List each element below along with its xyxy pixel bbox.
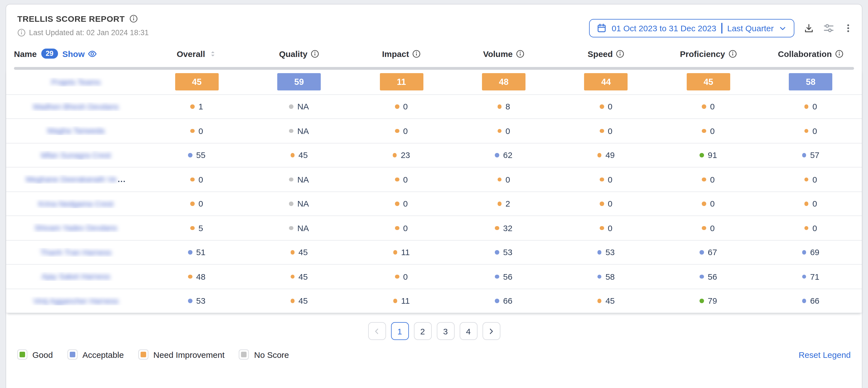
legend-item-no_score[interactable]: No Score (239, 350, 289, 360)
table-row: Thanh Tran Harness51451153536769 (6, 240, 862, 264)
download-button[interactable] (804, 23, 814, 33)
member-name-link[interactable]: Ajay Saket Harness (41, 272, 110, 281)
score-value: NA (297, 223, 309, 233)
legend-item-need_improvement[interactable]: Need Improvement (138, 350, 224, 360)
column-header-impact: Impact (350, 49, 453, 58)
column-info-icon[interactable] (516, 50, 524, 58)
page-title: TRELLIS SCORE REPORT (17, 14, 125, 24)
score-value: 53 (606, 247, 615, 257)
column-info-icon[interactable] (311, 50, 319, 58)
legend-item-good[interactable]: Good (17, 350, 53, 360)
score-value: NA (297, 102, 309, 111)
member-name-link[interactable]: Thanh Tran Harness (40, 248, 111, 257)
next-page-button[interactable] (482, 322, 500, 340)
score-value: 0 (710, 223, 715, 233)
member-name-cell: Krina Nedgama Crest (6, 199, 146, 208)
score-cell: 1 (146, 102, 248, 111)
score-value: 0 (403, 223, 408, 233)
table-header-row: Name 29 Show OverallQualityImpactVolumeS… (6, 46, 862, 61)
member-name-link[interactable]: Meghane Deerakanath Ve (26, 175, 117, 184)
member-name-cell: Mfan Sunagra Crest (6, 151, 146, 160)
column-header-label: Quality (279, 49, 307, 58)
score-cell: 66 (760, 296, 862, 306)
score-status-dot (600, 129, 604, 133)
score-value: 45 (299, 296, 308, 306)
sort-icon[interactable] (208, 50, 217, 58)
page-button-1[interactable]: 1 (391, 322, 409, 340)
date-range-picker[interactable]: 01 Oct 2023 to 31 Dec 2023 Last Quarter (589, 19, 794, 37)
score-value: 79 (708, 296, 717, 306)
score-value: 0 (505, 126, 510, 136)
score-status-dot (395, 177, 399, 181)
score-value: 45 (606, 296, 615, 306)
score-status-dot (702, 202, 706, 206)
score-status-dot (289, 177, 293, 181)
show-names-button[interactable]: Show (62, 49, 97, 58)
score-cell: 56 (657, 272, 760, 281)
score-cell: 49 (555, 150, 657, 160)
table-row: Magha Tanweda0NA00000 (6, 118, 862, 143)
score-value: 0 (403, 175, 408, 184)
score-value: 23 (401, 150, 410, 160)
score-badge[interactable]: 48 (482, 73, 526, 91)
legend-label: Need Improvement (153, 350, 224, 359)
score-value: NA (297, 126, 309, 136)
score-cell: 0 (657, 175, 760, 184)
score-status-dot (495, 226, 499, 230)
member-name-link[interactable]: Krina Nedgama Crest (38, 199, 113, 208)
member-name-link[interactable]: Vinij Aggancher Harness (33, 296, 119, 305)
score-status-dot (700, 153, 704, 157)
score-status-dot (802, 274, 806, 278)
reset-legend-link[interactable]: Reset Legend (799, 350, 851, 359)
score-cell: 53 (146, 296, 248, 306)
report-header: TRELLIS SCORE REPORT Last Updated at: 02… (6, 4, 862, 37)
score-status-dot (395, 226, 399, 230)
score-badge[interactable]: 11 (380, 73, 423, 91)
page-button-4[interactable]: 4 (459, 322, 477, 340)
kebab-menu-button[interactable] (843, 24, 853, 33)
column-info-icon[interactable] (728, 50, 737, 58)
score-badge[interactable]: 58 (789, 73, 833, 91)
score-value: 11 (401, 247, 410, 257)
score-badge[interactable]: 44 (584, 73, 628, 91)
horizontal-scrollbar[interactable] (14, 67, 854, 70)
legend-item-acceptable[interactable]: Acceptable (67, 350, 124, 360)
score-badge[interactable]: 59 (277, 73, 321, 91)
score-status-dot (395, 274, 399, 278)
score-cell: 11 (350, 247, 453, 257)
score-status-dot (190, 226, 195, 230)
score-badge[interactable]: 45 (687, 73, 730, 91)
member-name-link[interactable]: Prajets Teams (51, 78, 101, 87)
score-status-dot (495, 153, 499, 157)
score-value: 45 (299, 247, 308, 257)
score-value: 91 (708, 150, 717, 160)
score-status-dot (700, 274, 704, 278)
page-button-2[interactable]: 2 (414, 322, 432, 340)
member-name-link[interactable]: Magha Tanweda (48, 126, 104, 136)
score-cell: 0 (146, 199, 248, 209)
member-name-link[interactable]: Mfan Sunagra Crest (41, 151, 111, 160)
score-status-dot (597, 299, 601, 303)
score-badge[interactable]: 45 (175, 73, 218, 91)
member-name-link[interactable]: Shivam Yadev Devdans (35, 223, 117, 233)
score-cell: 0 (555, 175, 657, 184)
score-cell: 0 (760, 102, 862, 111)
column-info-icon[interactable] (412, 50, 421, 58)
column-header-overall[interactable]: Overall (146, 49, 248, 58)
score-value: 0 (198, 175, 203, 184)
column-info-icon[interactable] (616, 50, 624, 58)
member-name-link[interactable]: Madhen Bhesh Devdans (33, 102, 119, 111)
score-status-dot (702, 105, 706, 109)
score-value: 0 (812, 175, 817, 184)
score-value: 66 (810, 296, 819, 306)
filter-settings-button[interactable] (824, 23, 834, 33)
score-status-dot (497, 202, 501, 206)
score-cell: NA (248, 126, 350, 136)
score-status-dot (188, 274, 192, 278)
page-button-3[interactable]: 3 (436, 322, 454, 340)
score-status-dot (600, 105, 604, 109)
chevron-down-icon (779, 24, 786, 32)
previous-page-button[interactable] (368, 322, 386, 340)
column-info-icon[interactable] (835, 50, 843, 58)
title-info-icon[interactable] (129, 14, 137, 23)
